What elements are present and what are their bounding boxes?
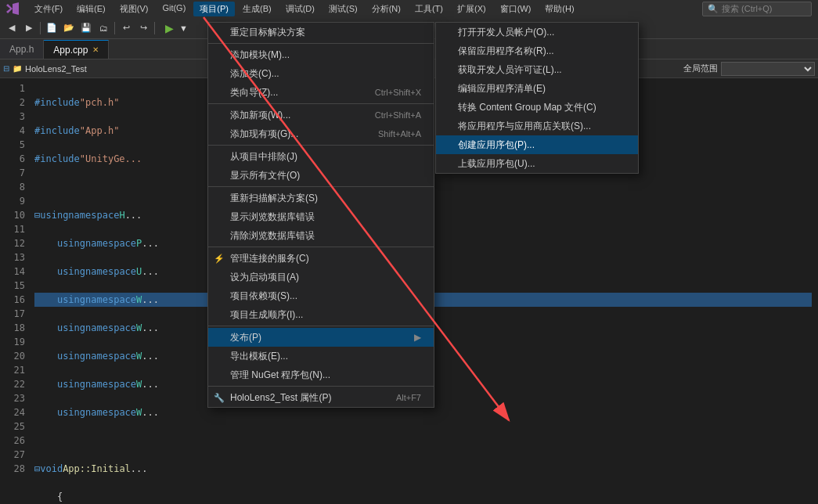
redo-btn[interactable]: ↪ [135, 20, 152, 37]
menu-properties[interactable]: 🔧 HoloLens2_Test 属性(P) Alt+F7 [208, 388, 434, 407]
tab-apph-label: App.h [9, 44, 34, 55]
rescan-label: 重新扫描解决方案(S) [230, 192, 318, 205]
menu-set-startup[interactable]: 设为启动项目(A) [208, 268, 434, 286]
menu-project[interactable]: 项目(P) [193, 2, 235, 16]
sep1 [40, 22, 41, 34]
forward-btn[interactable]: ▶ [20, 20, 38, 37]
content-group-label: 转换 Content Group Map 文件(C) [458, 101, 596, 114]
tab-apph[interactable]: App.h [0, 40, 44, 59]
menu-file[interactable]: 文件(F) [28, 2, 69, 16]
upload-package-label: 上载应用序包(U)... [458, 157, 535, 171]
menu-add-module[interactable]: 添加模块(M)... [208, 45, 434, 64]
menu-add-existing[interactable]: 添加现有项(G)... Shift+Alt+A [208, 124, 434, 143]
associate-store-label: 将应用程序与应用商店关联(S)... [458, 120, 591, 133]
menu-help[interactable]: 帮助(H) [539, 2, 580, 16]
undo-btn[interactable]: ↩ [117, 20, 135, 37]
sep-6 [208, 326, 434, 326]
code-line-14: ⊟void App::Initial... [34, 462, 812, 476]
add-new-label: 添加新项(W)... [230, 109, 290, 122]
menu-publish[interactable]: 发布(P) ▶ [208, 328, 434, 347]
tab-appcpp-label: App.cpp [53, 45, 88, 56]
debug-start[interactable]: ▶ [160, 20, 178, 37]
search-icon: 🔍 [708, 4, 719, 14]
line-numbers: 12345 678910 1112131415 1617181920 21222… [0, 78, 28, 504]
class-wizard-label: 类向导(Z)... [230, 86, 278, 99]
submenu-content-group[interactable]: 转换 Content Group Map 文件(C) [436, 98, 638, 117]
scope-select[interactable] [721, 62, 815, 76]
menu-retarget[interactable]: 重定目标解决方案 [208, 23, 434, 41]
search-text: 搜索 (Ctrl+Q) [722, 3, 772, 15]
menu-test[interactable]: 测试(S) [323, 2, 364, 16]
menu-project-deps[interactable]: 项目依赖项(S)... [208, 286, 434, 305]
submenu-dev-license[interactable]: 获取开发人员许可证(L)... [436, 60, 638, 79]
menu-debug[interactable]: 调试(D) [279, 2, 321, 16]
wrench-icon: 🔧 [213, 391, 225, 404]
show-all-label: 显示所有文件(O) [230, 169, 300, 182]
menu-exclude[interactable]: 从项目中排除(J) [208, 147, 434, 166]
code-line-15: { [34, 490, 812, 504]
menu-add-class[interactable]: 添加类(C)... [208, 64, 434, 83]
menu-build-order[interactable]: 项目生成顺序(I)... [208, 305, 434, 324]
project-deps-label: 项目依赖项(S)... [230, 290, 297, 303]
breadcrumb: HoloLens2_Test [25, 64, 87, 74]
sep-3 [208, 145, 434, 146]
save-all-btn[interactable]: 🗂 [95, 20, 112, 37]
tab-appcpp[interactable]: App.cpp ✕ [44, 40, 109, 59]
menu-add-new[interactable]: 添加新项(W)... Ctrl+Shift+A [208, 106, 434, 124]
save-btn[interactable]: 💾 [77, 20, 95, 37]
collapse-icon: ⊟ [3, 64, 9, 73]
sub-context-menu: 打开开发人员帐户(O)... 保留应用程序名称(R)... 获取开发人员许可证(… [435, 22, 639, 174]
submenu-upload-package[interactable]: 上载应用序包(U)... [436, 154, 638, 173]
open-btn[interactable]: 📂 [60, 20, 77, 37]
menu-nuget[interactable]: 管理 NuGet 程序包(N)... [208, 365, 434, 384]
menu-window[interactable]: 窗口(W) [494, 2, 538, 16]
sep-1 [208, 43, 434, 44]
add-module-label: 添加模块(M)... [230, 49, 290, 62]
sep2 [114, 22, 115, 34]
menu-build[interactable]: 生成(B) [236, 2, 278, 16]
vs-logo [6, 2, 19, 15]
submenu-associate-store[interactable]: 将应用程序与应用商店关联(S)... [436, 117, 638, 135]
export-template-label: 导出模板(E)... [230, 350, 288, 363]
retarget-label: 重定目标解决方案 [230, 26, 305, 39]
submenu-reserve-name[interactable]: 保留应用程序名称(R)... [436, 41, 638, 60]
menu-export-template[interactable]: 导出模板(E)... [208, 347, 434, 365]
scope-label: 全局范围 [683, 63, 718, 74]
submenu-edit-manifest[interactable]: 编辑应用程序清单(E) [436, 79, 638, 98]
submenu-dev-account[interactable]: 打开开发人员帐户(O)... [436, 23, 638, 41]
services-icon: ⚡ [213, 252, 225, 265]
menu-analyze[interactable]: 分析(N) [366, 2, 407, 16]
menu-show-errors[interactable]: 显示浏览数据库错误 [208, 207, 434, 226]
menu-manage-services[interactable]: ⚡ 管理连接的服务(C) [208, 249, 434, 268]
menu-extensions[interactable]: 扩展(X) [451, 2, 492, 16]
menu-view[interactable]: 视图(V) [114, 2, 155, 16]
menu-rescan[interactable]: 重新扫描解决方案(S) [208, 189, 434, 207]
submenu-create-package[interactable]: 创建应用序包(P)... [436, 135, 638, 154]
properties-label: HoloLens2_Test 属性(P) [230, 391, 331, 405]
menu-edit[interactable]: 编辑(E) [70, 2, 112, 16]
sep-7 [208, 386, 434, 387]
exclude-label: 从项目中排除(J) [230, 150, 297, 164]
menu-tools[interactable]: 工具(T) [409, 2, 449, 16]
menu-clear-errors[interactable]: 清除浏览数据库错误 [208, 226, 434, 245]
project-icon: 📁 [13, 64, 22, 73]
menu-bar: 文件(F) 编辑(E) 视图(V) Git(G) 项目(P) 生成(B) 调试(… [28, 2, 581, 16]
publish-label: 发布(P) [230, 331, 261, 344]
sep-5 [208, 247, 434, 247]
set-startup-label: 设为启动项目(A) [230, 271, 299, 284]
sep-4 [208, 186, 434, 187]
new-btn[interactable]: 📄 [43, 20, 60, 37]
menu-git[interactable]: Git(G) [156, 2, 192, 16]
reserve-name-label: 保留应用程序名称(R)... [458, 45, 554, 58]
debug-config: ▼ [179, 23, 188, 33]
code-line-13 [34, 434, 812, 448]
add-existing-shortcut: Shift+Alt+A [378, 129, 421, 139]
add-class-label: 添加类(C)... [230, 67, 279, 81]
menu-show-all[interactable]: 显示所有文件(O) [208, 166, 434, 185]
create-package-label: 创建应用序包(P)... [458, 139, 535, 152]
tab-close-appcpp[interactable]: ✕ [92, 45, 99, 54]
add-existing-label: 添加现有项(G)... [230, 128, 298, 141]
menu-class-wizard[interactable]: 类向导(Z)... Ctrl+Shift+X [208, 83, 434, 102]
search-box[interactable]: 🔍 搜索 (Ctrl+Q) [702, 2, 812, 16]
back-btn[interactable]: ◀ [3, 20, 20, 37]
